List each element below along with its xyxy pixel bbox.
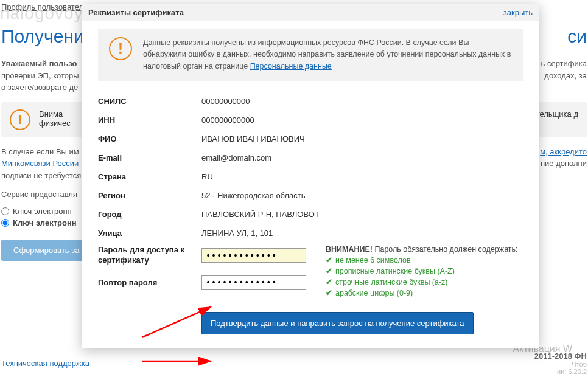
field-inn: ИНН 000000000000 — [98, 111, 523, 130]
check-icon: ✔ — [326, 288, 332, 297]
field-street: Улица ЛЕНИНА УЛ, 1, 101 — [98, 224, 523, 243]
password-hints: ВНИМАНИЕ! Пароль обязательно должен соде… — [326, 245, 523, 299]
field-fio: ФИО ИВАНОВ ИВАН ИВАНОВИЧ — [98, 130, 523, 148]
certificate-details-modal: Реквизиты сертификата закрыть ! Данные р… — [82, 4, 539, 348]
page-title: Получени — [1, 26, 84, 47]
close-link[interactable]: закрыть — [503, 8, 533, 17]
modal-header: Реквизиты сертификата закрыть — [82, 4, 539, 21]
modal-title: Реквизиты сертификата — [88, 8, 184, 17]
check-icon: ✔ — [326, 266, 332, 275]
footer: Техническая поддержка 2011-2018 ФН Чтоб … — [1, 351, 587, 375]
tech-support-link[interactable]: Техническая поддержка — [1, 359, 89, 368]
field-password: Пароль для доступа к сертификату — [98, 245, 311, 266]
info-text: Данные реквизиты получены из информацион… — [143, 37, 512, 72]
warning-icon: ! — [109, 37, 132, 60]
field-region: Регион 52 - Нижегородская область — [98, 186, 523, 205]
page-title-right: си — [567, 26, 587, 47]
field-country: Страна RU — [98, 167, 523, 186]
info-box: ! Данные реквизиты получены из информаци… — [98, 29, 523, 81]
submit-button[interactable]: Подтвердить данные и направить запрос на… — [201, 312, 474, 334]
generate-button[interactable]: Сформировать за — [1, 240, 91, 261]
password-input[interactable] — [201, 248, 306, 263]
warning-icon: ! — [10, 109, 30, 130]
password-repeat-input[interactable] — [201, 275, 306, 290]
personal-data-link[interactable]: Персональные данные — [250, 62, 332, 71]
minkom-link[interactable]: Минкомсвязи России — [1, 157, 79, 170]
check-icon: ✔ — [326, 277, 332, 286]
field-city: Город ПАВЛОВСКИЙ Р-Н, ПАВЛОВО Г — [98, 205, 523, 224]
check-icon: ✔ — [326, 255, 332, 265]
accredit-link[interactable]: м, аккредито — [540, 146, 587, 158]
field-snils: СНИЛС 00000000000 — [98, 92, 523, 111]
field-email: E-mail email@domain.com — [98, 148, 523, 167]
field-password-repeat: Повтор пароля — [98, 275, 311, 290]
